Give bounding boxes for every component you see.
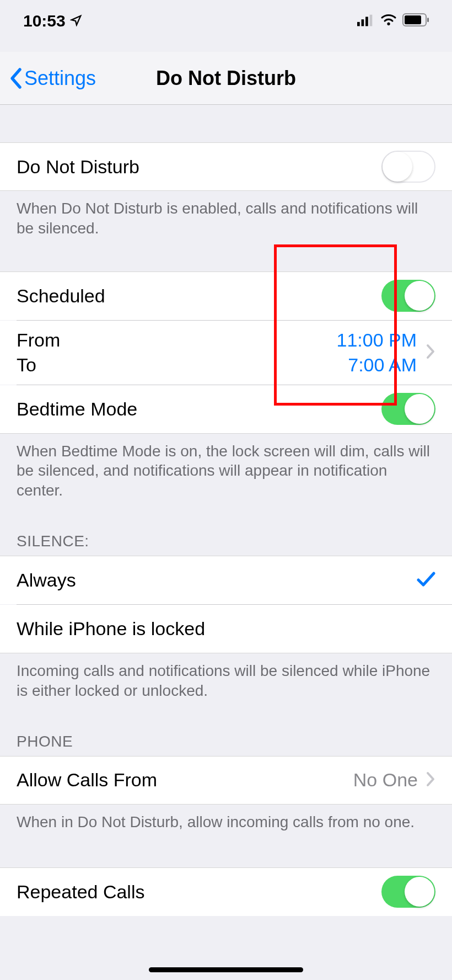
silence-footer: Incoming calls and notifications will be… [0, 653, 452, 701]
svg-rect-1 [362, 19, 364, 26]
from-time: 11:00 PM [336, 329, 417, 351]
back-label: Settings [24, 67, 96, 90]
status-bar: 10:53 [0, 8, 452, 34]
page-title: Do Not Disturb [156, 67, 296, 90]
scheduled-cell: Scheduled [0, 271, 452, 320]
svg-rect-5 [405, 15, 421, 24]
to-time: 7:00 AM [348, 354, 417, 376]
silence-locked-label: While iPhone is locked [17, 618, 435, 640]
scheduled-toggle[interactable] [381, 280, 435, 312]
chevron-left-icon [8, 67, 23, 89]
dnd-toggle[interactable] [381, 151, 435, 183]
home-indicator[interactable] [149, 967, 303, 972]
silence-always-cell[interactable]: Always [0, 556, 452, 604]
checkmark-icon [417, 571, 435, 590]
from-label: From [17, 329, 60, 351]
svg-rect-6 [427, 18, 429, 22]
silence-always-label: Always [17, 569, 417, 591]
svg-rect-2 [365, 17, 368, 26]
battery-icon [402, 12, 430, 30]
phone-footer: When in Do Not Disturb, allow incoming c… [0, 805, 452, 832]
status-time: 10:53 [23, 12, 66, 30]
nav-bar: Settings Do Not Disturb [0, 52, 452, 105]
svg-rect-0 [357, 22, 360, 26]
silence-locked-cell[interactable]: While iPhone is locked [0, 605, 452, 653]
silence-header: SILENCE: [0, 532, 452, 556]
phone-header: PHONE [0, 733, 452, 756]
dnd-label: Do Not Disturb [17, 156, 381, 178]
cellular-icon [357, 12, 375, 30]
repeated-calls-toggle[interactable] [381, 876, 435, 908]
repeated-calls-cell: Repeated Calls [0, 867, 452, 916]
schedule-time-cell[interactable]: From To 11:00 PM 7:00 AM [0, 321, 452, 385]
bedtime-label: Bedtime Mode [17, 398, 381, 420]
allow-calls-value: No One [353, 769, 418, 791]
back-button[interactable]: Settings [8, 67, 96, 90]
repeated-calls-label: Repeated Calls [17, 881, 381, 903]
chevron-right-icon [426, 771, 435, 789]
svg-rect-3 [370, 15, 373, 26]
location-icon [70, 12, 82, 30]
wifi-icon [380, 12, 397, 30]
allow-calls-cell[interactable]: Allow Calls From No One [0, 756, 452, 805]
allow-calls-label: Allow Calls From [17, 769, 353, 791]
dnd-cell: Do Not Disturb [0, 142, 452, 191]
bedtime-footer: When Bedtime Mode is on, the lock screen… [0, 434, 452, 500]
scheduled-label: Scheduled [17, 285, 381, 307]
bedtime-cell: Bedtime Mode [0, 385, 452, 434]
to-label: To [17, 354, 60, 376]
dnd-footer: When Do Not Disturb is enabled, calls an… [0, 191, 452, 238]
chevron-right-icon [426, 344, 435, 361]
bedtime-toggle[interactable] [381, 393, 435, 425]
